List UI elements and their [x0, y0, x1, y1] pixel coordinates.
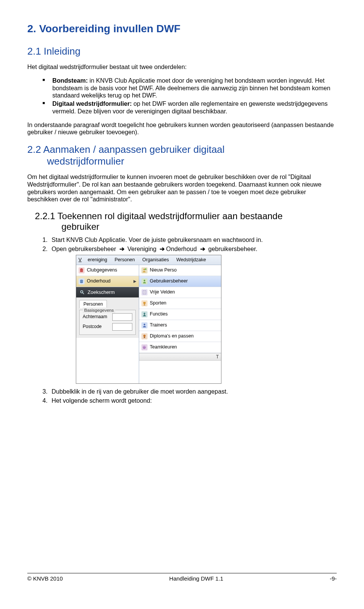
heading-2-inleiding: 2.1 Inleiding	[27, 46, 337, 57]
medal-icon	[141, 333, 147, 339]
zoekscherm-header: Zoekscherm	[76, 287, 139, 298]
svg-rect-1	[81, 268, 82, 269]
search-icon	[79, 289, 85, 295]
svg-point-7	[143, 268, 145, 270]
document-lines-icon	[141, 289, 147, 295]
zoekscherm-title: Zoekscherm	[88, 289, 115, 296]
bullet-bondsteam-label: Bondsteam:	[52, 77, 88, 84]
svg-rect-18	[144, 314, 145, 316]
bullet-dwf-label: Digitaal wedstrijdformulier:	[52, 100, 132, 107]
submenu-sporten[interactable]: Sporten	[139, 298, 221, 309]
label-achternaam: Achternaam	[83, 314, 110, 320]
bullet-dwf: Digitaal wedstrijdformulier: op het DWF …	[42, 100, 337, 115]
clubgegevens-label: Clubgegevens	[87, 267, 117, 273]
submenu-gebruikersbeheer[interactable]: Gebruikersbeheer	[139, 276, 221, 287]
submenu-functies[interactable]: Functies	[139, 309, 221, 320]
submenu-vrije-velden[interactable]: Vrije Velden	[139, 287, 221, 298]
sporten-label: Sporten	[150, 300, 166, 306]
whistle-icon	[141, 322, 147, 328]
step-2: Open gebruikersbeheer ➔ Vereniging ➔Onde…	[49, 245, 337, 384]
page-footer: © KNVB 2010 Handleiding DWF 1.1 -9-	[27, 575, 337, 582]
footer-right: -9-	[330, 575, 337, 582]
fieldset-basisgegevens: Basisgegevens Achternaam Postcode	[79, 310, 136, 335]
svg-line-6	[83, 292, 84, 294]
vrije-velden-label: Vrije Velden	[150, 289, 175, 295]
svg-point-20	[143, 334, 146, 337]
nieuw-persoon-label: Nieuw Perso	[150, 267, 177, 273]
trainers-label: Trainers	[150, 322, 167, 328]
svg-point-22	[144, 346, 145, 347]
submenu-teamkleuren[interactable]: Teamkleuren	[139, 342, 221, 353]
user-check-icon	[141, 278, 147, 284]
field-achternaam-row: Achternaam	[83, 313, 132, 321]
step-2-b: Vereniging	[127, 245, 157, 252]
menu-personen[interactable]: Personen	[115, 257, 135, 262]
step-2-c: Onderhoud	[166, 245, 197, 252]
chevron-right-icon: ▶	[133, 279, 136, 284]
app-screenshot: VVerenigingereniging Personen Organisati…	[76, 255, 221, 384]
svg-point-4	[80, 282, 83, 283]
functies-label: Functies	[150, 311, 168, 317]
table-header-row: T	[139, 353, 221, 361]
bullet-bondsteam-text: in KNVB Club Applicatie moet door de ver…	[52, 77, 330, 99]
input-achternaam[interactable]	[112, 313, 132, 321]
submenu-trainers[interactable]: Trainers	[139, 320, 221, 331]
submenu-diplomas[interactable]: Diploma's en passen	[139, 331, 221, 342]
input-postcode[interactable]	[112, 323, 132, 331]
menu-item-onderhoud[interactable]: Onderhoud ▶	[76, 276, 139, 287]
svg-point-21	[143, 347, 144, 347]
svg-point-23	[145, 347, 146, 347]
column-t: T	[216, 354, 219, 360]
heading-2-line1: 2.2 Aanmaken / aanpassen gebruiker digit…	[27, 144, 224, 155]
tab-personen[interactable]: Personen	[79, 300, 107, 308]
svg-point-10	[144, 279, 146, 281]
bullet-bondsteam: Bondsteam: in KNVB Club Applicatie moet …	[42, 77, 337, 99]
arrow-icon: ➔	[160, 245, 165, 252]
menu-organisaties[interactable]: Organisaties	[142, 257, 169, 262]
field-postcode-row: Postcode	[83, 323, 132, 331]
right-submenu: + Nieuw Perso Gebruikersbeheer Vrije Vel…	[139, 265, 221, 383]
svg-point-17	[144, 312, 146, 314]
heading-3-line2: gebruiker	[61, 221, 337, 232]
menu-item-clubgegevens[interactable]: Clubgegevens	[76, 265, 139, 276]
left-dropdown: Clubgegevens Onderhoud ▶ Zoekscherm	[76, 265, 139, 383]
step-2-d: gebruikersbeheer.	[208, 245, 257, 252]
heading-3-line1: 2.2.1 Toekennen rol digitaal wedstrijdfo…	[35, 211, 282, 221]
svg-text:+: +	[145, 268, 146, 270]
footer-rule	[27, 573, 337, 573]
diplomas-label: Diploma's en passen	[150, 333, 194, 339]
onderhoud-label: Onderhoud	[87, 278, 111, 284]
label-postcode: Postcode	[83, 323, 110, 330]
step-2-a: Open gebruikersbeheer	[52, 245, 116, 252]
person-add-icon: +	[141, 267, 147, 273]
arrow-icon: ➔	[200, 245, 205, 252]
person-tie-icon	[141, 311, 147, 317]
menu-vereniging[interactable]: VVerenigingereniging	[78, 257, 107, 262]
numbered-steps: Start KNVB Club Applicatie. Voer de juis…	[27, 236, 337, 405]
menu-wedstrijdzaken[interactable]: Wedstrijdzake	[176, 257, 206, 262]
para-autoriseer: In onderstaande paragraaf wordt toegelic…	[27, 121, 337, 137]
database-icon	[78, 278, 85, 284]
svg-rect-16	[144, 305, 146, 306]
para-rol-uitleg: Om het digitaal wedstrijdformulier te ku…	[27, 173, 337, 203]
trophy-icon	[141, 300, 147, 306]
zoekscherm-body: Personen Basisgegevens Achternaam Postco…	[76, 297, 139, 337]
heading-3-toekennen: 2.2.1 Toekennen rol digitaal wedstrijdfo…	[35, 211, 337, 232]
heading-1: 2. Voorbereiding invullen DWF	[27, 23, 337, 35]
bullet-list-onderdelen: Bondsteam: in KNVB Club Applicatie moet …	[27, 77, 337, 115]
para-intro: Het digitaal wedstrijdformulier bestaat …	[27, 63, 337, 71]
fieldset-legend: Basisgegevens	[83, 308, 115, 314]
menubar: VVerenigingereniging Personen Organisati…	[76, 255, 221, 265]
teamkleuren-label: Teamkleuren	[150, 344, 177, 350]
submenu-nieuw-persoon[interactable]: + Nieuw Perso	[139, 265, 221, 276]
gebruikersbeheer-label: Gebruikersbeheer	[150, 278, 188, 284]
footer-left: © KNVB 2010	[27, 575, 63, 582]
step-1: Start KNVB Club Applicatie. Voer de juis…	[49, 236, 337, 244]
footer-center: Handleiding DWF 1.1	[169, 575, 223, 582]
heading-2-line2: wedstrijdformulier	[47, 155, 337, 167]
svg-point-19	[144, 323, 146, 325]
palette-icon	[141, 344, 147, 350]
heading-2-aanmaken: 2.2 Aanmaken / aanpassen gebruiker digit…	[27, 144, 337, 167]
arrow-icon: ➔	[119, 245, 124, 252]
step-4: Het volgende scherm wordt getoond:	[49, 397, 337, 405]
